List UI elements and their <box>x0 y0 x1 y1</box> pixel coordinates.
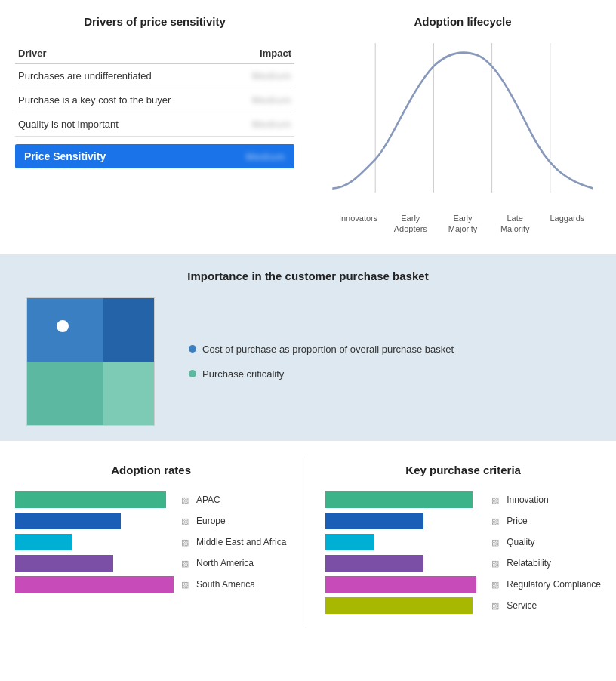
label-innovators: Innovators <box>332 213 384 235</box>
middle-title: Importance in the customer purchase bask… <box>23 270 593 282</box>
bar-container <box>325 597 491 614</box>
bar-icon: ▨ <box>491 495 499 505</box>
price-sensitivity-label: Price Sensitivity <box>24 150 106 162</box>
bar-label: Quality <box>507 537 534 547</box>
bar-icon: ▨ <box>491 559 499 569</box>
lifecycle-title: Adoption lifecycle <box>317 15 608 28</box>
bar-label: Price <box>507 516 527 526</box>
table-row: Quality is not importantMedium <box>15 112 294 137</box>
bar-icon: ▨ <box>181 495 189 505</box>
quadrant-chart <box>26 297 155 426</box>
legend-text-2: Purchase criticality <box>202 368 284 380</box>
driver-impact: Medium <box>233 88 294 112</box>
table-row: Purchases are undifferentiatedMedium <box>15 64 294 88</box>
bar-icon: ▨ <box>491 538 499 547</box>
drivers-title: Drivers of price sensitivity <box>15 15 294 28</box>
middle-section: Importance in the customer purchase bask… <box>0 254 616 441</box>
bar-container <box>15 555 181 572</box>
bar-fill <box>15 576 174 593</box>
bar-label: Service <box>507 600 537 611</box>
bar-row: ▨ Europe <box>15 513 287 529</box>
bar-row: ▨ South America <box>15 576 287 593</box>
bar-container <box>325 491 491 508</box>
table-row: Purchase is a key cost to the buyerMediu… <box>15 88 294 112</box>
adoption-panel: Adoption rates ▨ APAC ▨ Europe ▨ Middle … <box>0 456 302 626</box>
bar-row: ▨ APAC <box>15 491 287 508</box>
bar-icon: ▨ <box>491 516 499 526</box>
bar-row: ▨ Regulatory Compliance <box>325 576 601 593</box>
criteria-panel: Key purchase criteria ▨ Innovation ▨ Pri… <box>310 456 616 626</box>
bar-icon: ▨ <box>181 580 189 590</box>
legend-text-1: Cost of purchase as proportion of overal… <box>202 344 454 355</box>
bar-label: Innovation <box>507 495 548 505</box>
bar-label: North America <box>196 558 254 569</box>
lifecycle-panel: Adoption lifecycle Innovators EarlyAdopt… <box>310 8 616 247</box>
bar-icon: ▨ <box>491 580 499 590</box>
bar-container <box>325 513 491 529</box>
bar-fill <box>325 576 476 593</box>
bar-container <box>15 513 181 529</box>
bar-fill <box>325 597 473 614</box>
bar-icon: ▨ <box>181 538 189 547</box>
bar-label: Regulatory Compliance <box>507 579 601 590</box>
bar-row: ▨ Innovation <box>325 491 601 508</box>
adoption-title: Adoption rates <box>15 464 287 476</box>
driver-label: Purchase is a key cost to the buyer <box>15 88 233 112</box>
legend-dot-teal <box>189 370 196 377</box>
criteria-chart: ▨ Innovation ▨ Price ▨ Quality ▨ Relatab… <box>325 491 601 614</box>
bar-container <box>325 576 491 593</box>
bar-fill <box>325 555 424 572</box>
label-early-adopters: EarlyAdopters <box>384 213 436 235</box>
driver-label: Quality is not important <box>15 112 233 137</box>
driver-impact: Medium <box>233 112 294 137</box>
bar-label: Europe <box>196 516 226 526</box>
bar-fill <box>15 491 166 508</box>
bar-label: Relatability <box>507 558 551 569</box>
bar-label: APAC <box>196 495 220 505</box>
section-divider <box>306 456 306 626</box>
bar-icon: ▨ <box>181 516 189 526</box>
bar-icon: ▨ <box>181 559 189 569</box>
quad-bottom-right <box>103 362 154 425</box>
bar-fill <box>15 513 121 529</box>
col-driver: Driver <box>15 43 233 64</box>
label-early-majority: EarlyMajority <box>436 213 488 235</box>
criteria-title: Key purchase criteria <box>325 464 601 476</box>
bar-container <box>325 534 491 550</box>
col-impact: Impact <box>233 43 294 64</box>
bar-fill <box>15 555 113 572</box>
bar-fill <box>325 491 473 508</box>
bar-fill <box>15 534 72 550</box>
price-sensitivity-row[interactable]: Price Sensitivity Medium <box>15 144 294 168</box>
drivers-panel: Drivers of price sensitivity Driver Impa… <box>0 8 310 247</box>
middle-content: Cost of purchase as proportion of overal… <box>23 297 593 426</box>
bar-row: ▨ Relatability <box>325 555 601 572</box>
drivers-table: Driver Impact Purchases are undifferenti… <box>15 43 294 137</box>
legend-items: Cost of purchase as proportion of overal… <box>189 344 454 380</box>
bar-label: South America <box>196 579 255 590</box>
price-sensitivity-value: Medium <box>246 151 285 162</box>
bar-container <box>15 534 181 550</box>
bar-row: ▨ Service <box>325 597 601 614</box>
lifecycle-svg <box>317 43 608 209</box>
quad-bottom-left <box>27 362 103 425</box>
bar-row: ▨ North America <box>15 555 287 572</box>
label-late-majority: LateMajority <box>489 213 541 235</box>
bar-container <box>15 491 181 508</box>
legend-dot-blue <box>189 345 196 353</box>
bar-container <box>325 555 491 572</box>
label-laggards: Laggards <box>541 213 593 235</box>
bar-row: ▨ Quality <box>325 534 601 550</box>
bar-row: ▨ Price <box>325 513 601 529</box>
bar-row: ▨ Middle East and Africa <box>15 534 287 550</box>
bottom-section: Adoption rates ▨ APAC ▨ Europe ▨ Middle … <box>0 448 616 633</box>
quad-top-right <box>103 298 154 362</box>
adoption-chart: ▨ APAC ▨ Europe ▨ Middle East and Africa… <box>15 491 287 593</box>
bar-fill <box>325 513 424 529</box>
bar-label: Middle East and Africa <box>196 537 286 547</box>
driver-impact: Medium <box>233 64 294 88</box>
legend-item-2: Purchase criticality <box>189 368 454 380</box>
legend-item-1: Cost of purchase as proportion of overal… <box>189 344 454 355</box>
bar-container <box>15 576 181 593</box>
bar-fill <box>325 534 374 550</box>
